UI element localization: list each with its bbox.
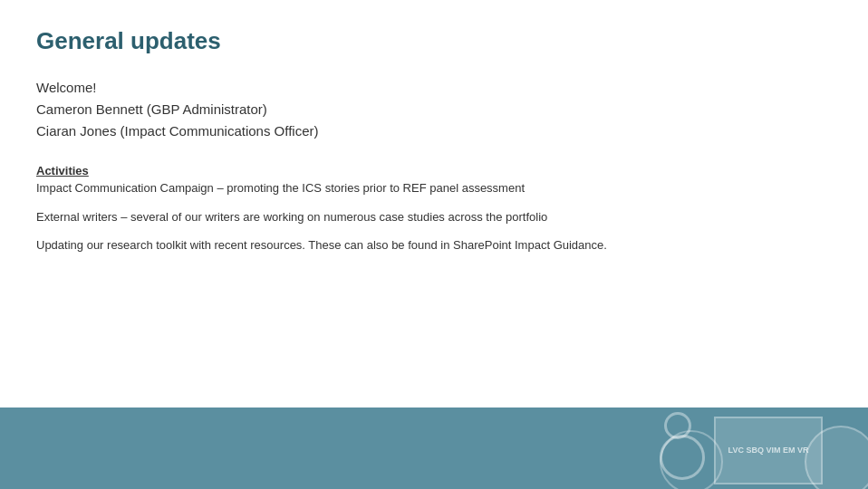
- page-title: General updates: [36, 27, 832, 55]
- external-writers-text: External writers – several of our writer…: [36, 208, 832, 226]
- footer-decoration: LVC SBQ VIM EM VR: [669, 408, 868, 489]
- deco-box-text: LVC SBQ VIM EM VR: [728, 445, 809, 456]
- updating-text: Updating our research toolkit with recen…: [36, 236, 832, 254]
- activities-label: Activities: [36, 164, 832, 177]
- content-area: General updates Welcome! Cameron Bennett…: [0, 0, 868, 408]
- impact-communication-text: Impact Communication Campaign – promotin…: [36, 179, 832, 197]
- welcome-line-1: Welcome!: [36, 77, 832, 99]
- welcome-block: Welcome! Cameron Bennett (GBP Administra…: [36, 77, 832, 142]
- activities-section: Activities Impact Communication Campaign…: [36, 164, 832, 197]
- page-wrapper: General updates Welcome! Cameron Bennett…: [0, 0, 868, 489]
- deco-gear-icon: [664, 412, 691, 439]
- footer-area: LVC SBQ VIM EM VR: [0, 408, 868, 489]
- welcome-line-3: Ciaran Jones (Impact Communications Offi…: [36, 120, 832, 142]
- welcome-line-2: Cameron Bennett (GBP Administrator): [36, 99, 832, 120]
